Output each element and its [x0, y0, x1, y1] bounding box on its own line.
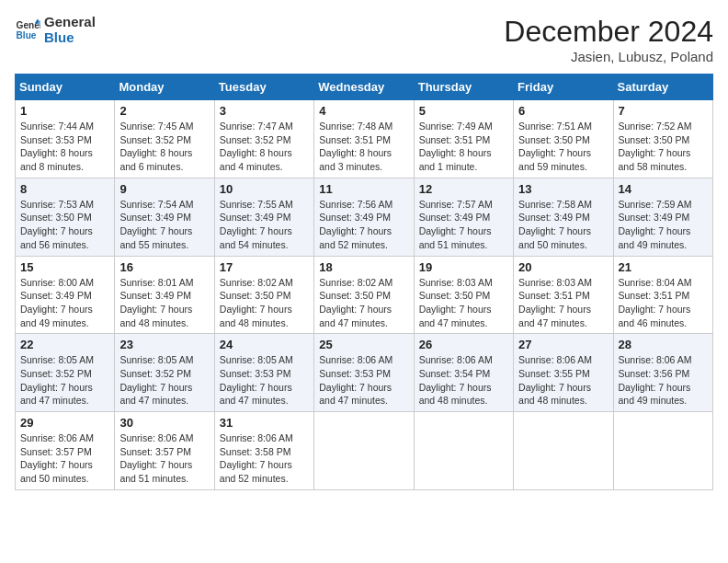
day-info: Sunrise: 8:06 AM Sunset: 3:54 PM Dayligh… — [419, 353, 508, 408]
day-cell: 4Sunrise: 7:48 AM Sunset: 3:51 PM Daylig… — [314, 100, 414, 178]
day-info: Sunrise: 7:44 AM Sunset: 3:53 PM Dayligh… — [20, 120, 109, 174]
day-number: 8 — [20, 182, 109, 196]
day-cell: 5Sunrise: 7:49 AM Sunset: 3:51 PM Daylig… — [414, 100, 513, 178]
logo-line1: General — [44, 15, 96, 30]
day-number: 28 — [619, 338, 708, 351]
day-info: Sunrise: 8:06 AM Sunset: 3:58 PM Dayligh… — [220, 431, 309, 486]
logo-icon: General Blue — [15, 17, 40, 43]
day-info: Sunrise: 7:48 AM Sunset: 3:51 PM Dayligh… — [319, 120, 408, 174]
day-number: 25 — [319, 338, 408, 351]
day-number: 6 — [518, 104, 608, 118]
day-info: Sunrise: 7:45 AM Sunset: 3:52 PM Dayligh… — [119, 120, 209, 174]
day-info: Sunrise: 8:06 AM Sunset: 3:57 PM Dayligh… — [20, 431, 109, 486]
day-cell: 22Sunrise: 8:05 AM Sunset: 3:52 PM Dayli… — [16, 334, 115, 412]
day-number: 29 — [20, 416, 109, 430]
month-title: December 2024 — [504, 15, 713, 49]
day-number: 24 — [220, 338, 309, 351]
week-row-4: 22Sunrise: 8:05 AM Sunset: 3:52 PM Dayli… — [16, 334, 713, 412]
day-info: Sunrise: 8:02 AM Sunset: 3:50 PM Dayligh… — [319, 276, 408, 330]
day-info: Sunrise: 8:01 AM Sunset: 3:49 PM Dayligh… — [119, 276, 209, 330]
day-info: Sunrise: 7:55 AM Sunset: 3:49 PM Dayligh… — [220, 198, 309, 252]
day-cell: 24Sunrise: 8:05 AM Sunset: 3:53 PM Dayli… — [214, 334, 313, 412]
day-cell: 20Sunrise: 8:03 AM Sunset: 3:51 PM Dayli… — [514, 256, 613, 334]
weekday-header-wednesday: Wednesday — [314, 75, 414, 100]
weekday-header-friday: Friday — [514, 75, 613, 100]
day-number: 3 — [220, 104, 309, 118]
day-info: Sunrise: 8:06 AM Sunset: 3:55 PM Dayligh… — [518, 353, 608, 408]
day-cell: 29Sunrise: 8:06 AM Sunset: 3:57 PM Dayli… — [16, 412, 115, 490]
day-info: Sunrise: 8:05 AM Sunset: 3:53 PM Dayligh… — [220, 353, 309, 408]
week-row-3: 15Sunrise: 8:00 AM Sunset: 3:49 PM Dayli… — [16, 256, 713, 334]
week-row-5: 29Sunrise: 8:06 AM Sunset: 3:57 PM Dayli… — [16, 412, 713, 490]
day-number: 20 — [518, 260, 608, 274]
day-cell: 2Sunrise: 7:45 AM Sunset: 3:52 PM Daylig… — [115, 100, 214, 178]
day-number: 30 — [119, 416, 209, 430]
day-info: Sunrise: 7:47 AM Sunset: 3:52 PM Dayligh… — [220, 120, 309, 174]
day-number: 1 — [20, 104, 109, 118]
day-cell: 30Sunrise: 8:06 AM Sunset: 3:57 PM Dayli… — [115, 412, 214, 490]
day-cell: 18Sunrise: 8:02 AM Sunset: 3:50 PM Dayli… — [314, 256, 414, 334]
day-number: 31 — [220, 416, 309, 430]
day-number: 26 — [419, 338, 508, 351]
day-cell: 8Sunrise: 7:53 AM Sunset: 3:50 PM Daylig… — [16, 178, 115, 256]
day-cell: 17Sunrise: 8:02 AM Sunset: 3:50 PM Dayli… — [214, 256, 313, 334]
day-info: Sunrise: 8:05 AM Sunset: 3:52 PM Dayligh… — [20, 353, 109, 408]
day-number: 16 — [119, 260, 209, 274]
day-cell: 15Sunrise: 8:00 AM Sunset: 3:49 PM Dayli… — [16, 256, 115, 334]
day-info: Sunrise: 7:57 AM Sunset: 3:49 PM Dayligh… — [419, 198, 508, 252]
day-cell — [514, 412, 613, 490]
day-info: Sunrise: 8:04 AM Sunset: 3:51 PM Dayligh… — [619, 276, 708, 330]
week-row-1: 1Sunrise: 7:44 AM Sunset: 3:53 PM Daylig… — [16, 100, 713, 178]
day-cell: 1Sunrise: 7:44 AM Sunset: 3:53 PM Daylig… — [16, 100, 115, 178]
day-cell: 21Sunrise: 8:04 AM Sunset: 3:51 PM Dayli… — [613, 256, 712, 334]
day-cell: 13Sunrise: 7:58 AM Sunset: 3:49 PM Dayli… — [514, 178, 613, 256]
day-cell: 16Sunrise: 8:01 AM Sunset: 3:49 PM Dayli… — [115, 256, 214, 334]
day-info: Sunrise: 8:06 AM Sunset: 3:53 PM Dayligh… — [319, 353, 408, 408]
day-number: 2 — [119, 104, 209, 118]
day-cell: 26Sunrise: 8:06 AM Sunset: 3:54 PM Dayli… — [414, 334, 513, 412]
day-number: 14 — [619, 182, 708, 196]
day-number: 13 — [518, 182, 608, 196]
day-number: 11 — [319, 182, 408, 196]
day-number: 10 — [220, 182, 309, 196]
location: Jasien, Lubusz, Poland — [504, 49, 713, 64]
day-cell: 25Sunrise: 8:06 AM Sunset: 3:53 PM Dayli… — [314, 334, 414, 412]
day-number: 15 — [20, 260, 109, 274]
day-cell: 9Sunrise: 7:54 AM Sunset: 3:49 PM Daylig… — [115, 178, 214, 256]
day-cell: 27Sunrise: 8:06 AM Sunset: 3:55 PM Dayli… — [514, 334, 613, 412]
day-cell: 19Sunrise: 8:03 AM Sunset: 3:50 PM Dayli… — [414, 256, 513, 334]
day-cell — [314, 412, 414, 490]
weekday-header-monday: Monday — [115, 75, 214, 100]
day-cell: 23Sunrise: 8:05 AM Sunset: 3:52 PM Dayli… — [115, 334, 214, 412]
day-info: Sunrise: 7:53 AM Sunset: 3:50 PM Dayligh… — [20, 198, 109, 252]
page-header: General Blue General Blue December 2024 … — [15, 15, 713, 64]
day-number: 19 — [419, 260, 508, 274]
weekday-header-thursday: Thursday — [414, 75, 513, 100]
day-number: 22 — [20, 338, 109, 351]
day-number: 12 — [419, 182, 508, 196]
day-number: 21 — [619, 260, 708, 274]
svg-text:Blue: Blue — [17, 30, 37, 40]
day-info: Sunrise: 8:05 AM Sunset: 3:52 PM Dayligh… — [119, 353, 209, 408]
day-cell: 14Sunrise: 7:59 AM Sunset: 3:49 PM Dayli… — [613, 178, 712, 256]
day-info: Sunrise: 7:59 AM Sunset: 3:49 PM Dayligh… — [619, 198, 708, 252]
logo-line2: Blue — [44, 30, 96, 46]
day-info: Sunrise: 8:02 AM Sunset: 3:50 PM Dayligh… — [220, 276, 309, 330]
day-cell — [414, 412, 513, 490]
weekday-header-tuesday: Tuesday — [214, 75, 313, 100]
day-info: Sunrise: 7:58 AM Sunset: 3:49 PM Dayligh… — [518, 198, 608, 252]
title-block: December 2024 Jasien, Lubusz, Poland — [504, 15, 713, 64]
day-info: Sunrise: 7:54 AM Sunset: 3:49 PM Dayligh… — [119, 198, 209, 252]
day-number: 9 — [119, 182, 209, 196]
day-info: Sunrise: 8:06 AM Sunset: 3:56 PM Dayligh… — [619, 353, 708, 408]
day-cell: 28Sunrise: 8:06 AM Sunset: 3:56 PM Dayli… — [613, 334, 712, 412]
day-cell: 3Sunrise: 7:47 AM Sunset: 3:52 PM Daylig… — [214, 100, 313, 178]
day-number: 17 — [220, 260, 309, 274]
day-number: 7 — [619, 104, 708, 118]
day-cell: 11Sunrise: 7:56 AM Sunset: 3:49 PM Dayli… — [314, 178, 414, 256]
day-info: Sunrise: 8:00 AM Sunset: 3:49 PM Dayligh… — [20, 276, 109, 330]
day-number: 27 — [518, 338, 608, 351]
logo: General Blue General Blue — [15, 15, 96, 45]
day-info: Sunrise: 7:51 AM Sunset: 3:50 PM Dayligh… — [518, 120, 608, 174]
day-info: Sunrise: 7:49 AM Sunset: 3:51 PM Dayligh… — [419, 120, 508, 174]
